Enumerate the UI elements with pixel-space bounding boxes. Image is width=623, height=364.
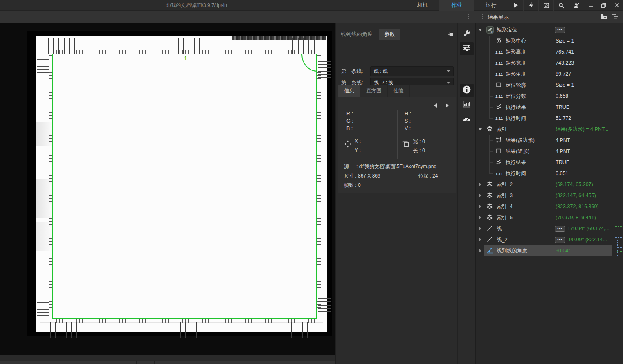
expand-arrow-icon[interactable] xyxy=(479,205,481,208)
tree-row-执行结果[interactable]: 执行结果TRUE xyxy=(476,102,623,113)
layers-icon xyxy=(486,126,494,133)
tree-row-线到线的角度[interactable]: 线到线的角度90.04° xyxy=(476,245,623,256)
more-options-button[interactable]: ••• xyxy=(555,226,565,232)
tree-row-定位轮廓[interactable]: 定位轮廓Size = 1 xyxy=(476,80,623,91)
tree-row-value: (822.147, 64.455) xyxy=(556,190,596,201)
region-size-icon xyxy=(402,140,409,149)
caliper-decoration-blue-short xyxy=(618,247,622,248)
expand-arrow-icon[interactable] xyxy=(479,249,481,252)
menu-tab-camera[interactable]: 相机 xyxy=(405,0,439,11)
chevron-down-icon xyxy=(447,70,450,72)
tree-row-label: 矩形高度 xyxy=(506,47,526,58)
tree-list-button[interactable] xyxy=(610,13,619,21)
pin-icon[interactable] xyxy=(447,31,454,39)
minimize-button[interactable] xyxy=(584,0,597,11)
rect-icon xyxy=(495,148,503,155)
expand-arrow-icon[interactable] xyxy=(479,194,481,197)
tree-row-label: 执行结果 xyxy=(506,102,526,113)
performance-button[interactable] xyxy=(460,112,474,126)
sliders-icon xyxy=(463,44,471,53)
tree-row-矩形定位[interactable]: AI矩形定位••• xyxy=(476,25,623,36)
tree-row-value: (69.174, 65.207) xyxy=(556,179,593,190)
tree-row-value: 179.94° (69.174,... xyxy=(567,223,610,234)
tree-row-执行时间[interactable]: 1.11执行时间51.772 xyxy=(476,113,623,124)
angle-icon xyxy=(486,247,494,254)
tab-histogram[interactable]: 直方图 xyxy=(360,85,388,97)
splitter-grip[interactable] xyxy=(468,14,469,20)
lead-group xyxy=(291,322,316,338)
restore-button[interactable] xyxy=(597,0,610,11)
menu-tab-run[interactable]: 运行 xyxy=(474,0,508,11)
tree-row-value: 89.727 xyxy=(556,69,571,80)
tree-row-结果(多边形)[interactable]: 结果(多边形)4 PNT xyxy=(476,135,623,146)
menu-tab-job[interactable]: 作业 xyxy=(439,0,474,11)
tree-row-value: (70.979, 819.441) xyxy=(556,212,596,223)
tree-guide-stub xyxy=(490,173,493,174)
search-button[interactable] xyxy=(553,0,569,11)
next-arrow-icon[interactable] xyxy=(446,103,449,108)
expand-arrow-icon[interactable] xyxy=(479,183,481,186)
flash-button[interactable] xyxy=(523,0,538,11)
settings-sliders-button[interactable] xyxy=(460,42,474,55)
tree-row-label: 矩形角度 xyxy=(506,69,526,80)
tree-row-value: Size = 1 xyxy=(556,80,574,91)
lead-group xyxy=(178,38,201,54)
tree-row-索引_3[interactable]: 索引_3(822.147, 64.455) xyxy=(476,190,623,201)
tree-row-value: TRUE xyxy=(556,102,569,113)
tree-row-value: 743.223 xyxy=(556,58,574,69)
rect-icon xyxy=(495,81,503,89)
tab-line-to-line-angle[interactable]: 线到线的角度 xyxy=(336,29,378,40)
tree-row-索引_5[interactable]: 索引_5(70.979, 819.441) xyxy=(476,212,623,223)
tree-row-label: 执行时间 xyxy=(506,113,526,124)
tree-row-矩形宽度[interactable]: 1.11矩形宽度743.223 xyxy=(476,58,623,69)
tab-performance[interactable]: 性能 xyxy=(388,85,410,97)
tree-row-label: 索引_5 xyxy=(497,212,513,223)
tab-info[interactable]: 信息 xyxy=(338,85,360,97)
user-mute-icon xyxy=(573,2,580,9)
save-device-button[interactable] xyxy=(538,0,553,11)
caliper-decoration-blue xyxy=(615,237,622,238)
tree-row-线_2[interactable]: 线_2•••-90.09° (822.14... xyxy=(476,234,623,245)
tree-row-线[interactable]: 线•••179.94° (69.174,... xyxy=(476,223,623,234)
add-folder-button[interactable] xyxy=(600,13,609,21)
tools-button[interactable] xyxy=(460,27,474,40)
image-canvas[interactable]: 1 xyxy=(0,23,335,364)
tree-row-索引_2[interactable]: 索引_2(69.174, 65.207) xyxy=(476,179,623,190)
expand-arrow-icon[interactable] xyxy=(479,216,481,219)
tree-guide-line xyxy=(489,113,490,119)
layers-icon xyxy=(486,192,494,199)
histogram-button[interactable] xyxy=(460,98,474,111)
source-label: 源 xyxy=(344,163,349,170)
strip-divider xyxy=(461,82,473,82)
tree-guide-stub xyxy=(490,63,493,63)
results-tree: AI矩形定位•••矩形中心Size = 11.11矩形高度765.7411.11… xyxy=(476,25,623,256)
tab-parameters[interactable]: 参数 xyxy=(379,29,400,40)
collapse-arrow-icon[interactable] xyxy=(479,29,482,31)
user-mute-button[interactable] xyxy=(569,0,584,11)
tree-row-执行时间[interactable]: 1.11执行时间0.051 xyxy=(476,168,623,179)
tree-row-矩形中心[interactable]: 矩形中心Size = 1 xyxy=(476,36,623,47)
tree-row-矩形角度[interactable]: 1.11矩形角度89.727 xyxy=(476,69,623,80)
close-button[interactable] xyxy=(610,0,623,11)
tree-row-矩形高度[interactable]: 1.11矩形高度765.741 xyxy=(476,47,623,58)
splitter-grip[interactable] xyxy=(482,14,483,20)
tree-row-定位分数[interactable]: 1.11定位分数0.658 xyxy=(476,91,623,102)
expand-arrow-icon[interactable] xyxy=(479,238,481,241)
first-line-select[interactable]: 线 : 线 xyxy=(370,66,454,76)
expand-arrow-icon[interactable] xyxy=(479,227,481,230)
tree-row-执行结果[interactable]: 执行结果TRUE xyxy=(476,157,623,168)
tree-row-索引_4[interactable]: 索引_4(823.372, 816.369) xyxy=(476,201,623,212)
more-options-button[interactable]: ••• xyxy=(555,27,565,33)
flash-icon xyxy=(529,2,534,8)
num-icon: 1.11 xyxy=(495,115,503,122)
check-icon xyxy=(495,103,503,111)
play-button[interactable] xyxy=(508,0,523,11)
num-icon: 1.11 xyxy=(495,59,503,67)
more-options-button[interactable]: ••• xyxy=(555,237,565,243)
tree-row-索引[interactable]: 索引结果(多边形) = 4 PNT... xyxy=(476,124,623,135)
prev-arrow-icon[interactable] xyxy=(434,103,437,108)
collapse-arrow-icon[interactable] xyxy=(479,128,482,130)
tree-row-结果(矩形)[interactable]: 结果(矩形)4 PNT xyxy=(476,146,623,157)
info-button[interactable] xyxy=(460,84,474,97)
tree-row-label: 结果(多边形) xyxy=(506,135,535,146)
